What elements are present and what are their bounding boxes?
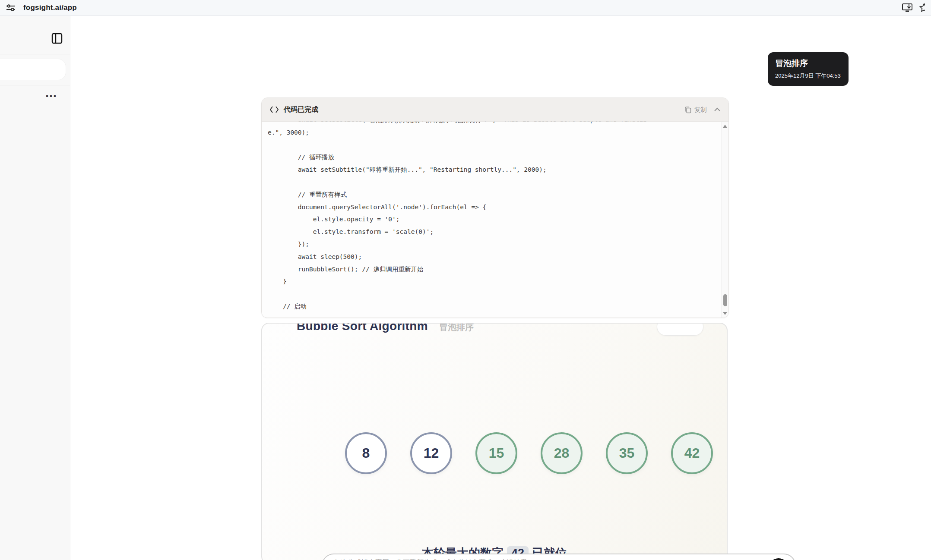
code-brackets-icon (269, 106, 279, 113)
scroll-up-arrow[interactable] (723, 125, 727, 128)
copy-icon (684, 106, 691, 113)
collapse-chevron-icon[interactable] (714, 107, 721, 112)
browser-topbar: fogsight.ai/app (0, 0, 931, 16)
code-line: document.querySelectorAll('.node').forEa… (268, 201, 722, 214)
code-line: await sleep(500); (268, 251, 722, 263)
code-line: // 循环播放 (268, 151, 722, 164)
code-line: } (268, 275, 722, 288)
chat-message-title: 冒泡排序 (775, 58, 841, 69)
code-line: // 启动 (268, 300, 722, 313)
code-line: await setSubtitle("即将重新开始...", "Restarti… (268, 164, 722, 176)
preview-subtitle: 冒泡排序 (439, 323, 474, 333)
code-line (268, 176, 722, 189)
bookmark-star-icon[interactable] (919, 3, 925, 13)
url-text[interactable]: fogsight.ai/app (23, 3, 77, 12)
scroll-down-arrow[interactable] (723, 312, 727, 315)
chat-message-timestamp: 2025年12月9日 下午04:53 (775, 72, 841, 80)
sidebar-conversation-item[interactable] (0, 59, 66, 80)
code-line: el.style.transform = 'scale(0)'; (268, 226, 722, 238)
code-line: runBubbleSort(); // 递归调用重新开始 (268, 263, 722, 276)
sort-node-8: 8 (345, 432, 387, 474)
sidebar: ••• (0, 16, 70, 560)
code-line (268, 288, 722, 300)
code-line: el.style.opacity = '0'; (268, 213, 722, 226)
scrollbar-thumb[interactable] (723, 294, 727, 306)
animation-preview-panel: Bubble Sort Algorithm 冒泡排序 81215283542 本… (261, 323, 728, 560)
sort-node-28: 28 (541, 432, 583, 474)
nodes-row: 81215283542 (345, 432, 713, 474)
sidebar-divider (0, 85, 70, 85)
code-scrollbar[interactable] (721, 122, 728, 318)
preview-control-button[interactable] (657, 323, 703, 336)
sort-node-15: 15 (475, 432, 517, 474)
install-app-icon[interactable] (902, 3, 913, 13)
code-panel-header: 代码已完成 复制 (262, 98, 728, 122)
code-line: // 重置所有样式 (268, 189, 722, 201)
code-body[interactable]: await setSubtitle("冒泡排序演示完成！所有数字均已排好序！",… (262, 122, 728, 318)
code-line: e.", 3000); (268, 126, 722, 139)
sidebar-more-button[interactable]: ••• (46, 92, 57, 101)
chat-message-bubble: 冒泡排序 2025年12月9日 下午04:53 (768, 52, 849, 86)
copy-label: 复制 (694, 106, 707, 114)
code-line (268, 139, 722, 151)
send-button[interactable] (769, 558, 788, 560)
sidebar-divider (0, 54, 70, 54)
preview-title: Bubble Sort Algorithm (297, 323, 428, 333)
code-content: await setSubtitle("冒泡排序演示完成！所有数字均已排好序！",… (262, 122, 728, 313)
copy-button[interactable]: 复制 (684, 106, 707, 114)
sort-node-42: 42 (671, 432, 713, 474)
code-line: await setSubtitle("冒泡排序演示完成！所有数字均已排好序！",… (268, 122, 722, 126)
composer-bar (322, 554, 796, 560)
sort-node-35: 35 (606, 432, 648, 474)
code-line: }); (268, 238, 722, 251)
sort-node-12: 12 (410, 432, 452, 474)
sidebar-toggle-icon[interactable] (51, 33, 63, 44)
code-panel-title: 代码已完成 (284, 105, 318, 114)
tune-icon[interactable] (6, 3, 16, 13)
code-panel: 代码已完成 复制 await setSubtitle("冒泡排序演示完成！所有数… (261, 98, 729, 318)
